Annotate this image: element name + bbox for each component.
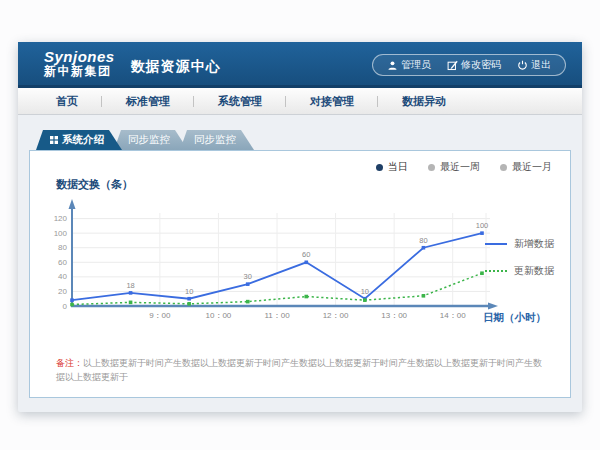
range-option-last-week[interactable]: 最近一周	[428, 160, 480, 174]
tab-bar: 系统介绍 同步监控 同步监控	[36, 130, 254, 150]
user-toolbar: 管理员 修改密码 退出	[372, 54, 566, 76]
legend-line-sample	[485, 270, 507, 272]
radio-dot	[376, 164, 383, 171]
legend-item-new-data[interactable]: 新增数据	[485, 237, 554, 251]
tab-sync-monitor-2[interactable]: 同步监控	[180, 130, 254, 150]
svg-text:100: 100	[54, 229, 68, 238]
radio-dot	[500, 164, 507, 171]
app-header: Synjones 新中新集团 数据资源中心 管理员 修改密码	[18, 42, 582, 88]
current-user-label: 管理员	[401, 58, 431, 72]
range-option-last-month[interactable]: 最近一月	[500, 160, 552, 174]
change-password-button[interactable]: 修改密码	[439, 57, 509, 73]
range-option-label: 最近一周	[440, 160, 480, 174]
current-user-button[interactable]: 管理员	[379, 57, 439, 73]
tab-label: 同步监控	[128, 133, 170, 147]
series-legend: 新增数据 更新数据	[485, 237, 554, 278]
tab-label: 同步监控	[194, 133, 236, 147]
tab-system-intro[interactable]: 系统介绍	[36, 130, 122, 150]
range-option-label: 当日	[388, 160, 408, 174]
logout-label: 退出	[531, 58, 551, 72]
nav-item-system[interactable]: 系统管理	[194, 88, 286, 114]
logout-button[interactable]: 退出	[509, 57, 559, 73]
brand-logo-en: Synjones	[44, 49, 115, 65]
svg-text:11：00: 11：00	[264, 311, 290, 320]
svg-text:60: 60	[302, 250, 310, 259]
nav-item-standards[interactable]: 标准管理	[102, 88, 194, 114]
svg-text:9：00: 9：00	[149, 311, 171, 320]
page-title: 数据资源中心	[131, 52, 221, 76]
legend-item-update-data[interactable]: 更新数据	[485, 264, 554, 278]
change-password-label: 修改密码	[461, 58, 501, 72]
footnote-text: 以上数据更新于时间产生数据以上数据更新于时间产生数据以上数据更新于时间产生数据以…	[56, 358, 542, 382]
user-icon	[387, 60, 398, 71]
screenshot-canvas: Synjones 新中新集团 数据资源中心 管理员 修改密码	[0, 0, 600, 450]
brand-logo-cn: 新中新集团	[44, 65, 115, 78]
svg-text:0: 0	[63, 302, 68, 311]
grid-icon	[50, 134, 58, 146]
tab-label: 系统介绍	[62, 133, 104, 147]
x-axis-title: 日期（小时）	[483, 311, 546, 325]
legend-label: 新增数据	[514, 237, 554, 251]
svg-text:14：00: 14：00	[440, 311, 466, 320]
data-exchange-line-chart: 0204060801001209：0010：0011：0012：0013：001…	[42, 193, 528, 335]
range-option-label: 最近一月	[512, 160, 552, 174]
svg-text:100: 100	[476, 221, 489, 230]
svg-text:80: 80	[58, 243, 67, 252]
svg-text:120: 120	[54, 214, 68, 223]
brand-logo: Synjones 新中新集团	[44, 49, 115, 77]
tab-sync-monitor-1[interactable]: 同步监控	[114, 130, 188, 150]
svg-text:13：00: 13：00	[381, 311, 407, 320]
app-window: Synjones 新中新集团 数据资源中心 管理员 修改密码	[18, 42, 582, 412]
footnote: 备注：以上数据更新于时间产生数据以上数据更新于时间产生数据以上数据更新于时间产生…	[56, 357, 550, 384]
svg-text:18: 18	[126, 281, 134, 290]
legend-label: 更新数据	[514, 264, 554, 278]
svg-text:10: 10	[185, 287, 193, 296]
nav-item-connect[interactable]: 对接管理	[286, 88, 378, 114]
main-nav: 首页 标准管理 系统管理 对接管理 数据异动	[18, 88, 582, 115]
time-range-filter: 当日 最近一周 最近一月	[376, 160, 552, 174]
legend-line-sample	[485, 243, 507, 245]
svg-text:30: 30	[244, 272, 252, 281]
svg-text:80: 80	[419, 236, 427, 245]
nav-item-changes[interactable]: 数据异动	[378, 88, 470, 114]
svg-text:10: 10	[361, 287, 369, 296]
power-icon	[517, 60, 528, 71]
pencil-icon	[447, 60, 458, 71]
y-axis-title: 数据交换（条）	[56, 177, 133, 192]
svg-text:10：00: 10：00	[206, 311, 232, 320]
footnote-prefix: 备注：	[56, 358, 83, 368]
svg-text:60: 60	[58, 258, 67, 267]
radio-dot	[428, 164, 435, 171]
svg-text:40: 40	[58, 272, 67, 281]
range-option-today[interactable]: 当日	[376, 160, 408, 174]
content-panel: 当日 最近一周 最近一月 数据交换（条） 0204060801001209：00…	[29, 150, 571, 398]
nav-item-home[interactable]: 首页	[32, 88, 102, 114]
svg-text:12：00: 12：00	[323, 311, 349, 320]
svg-text:20: 20	[58, 287, 67, 296]
